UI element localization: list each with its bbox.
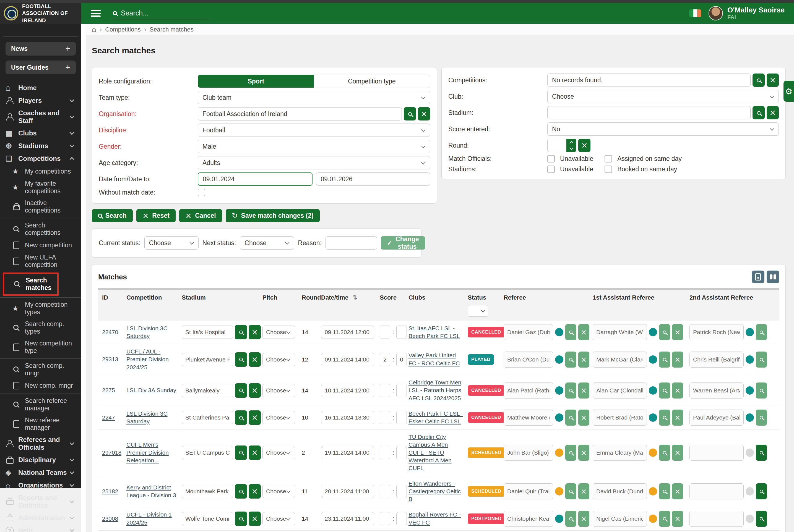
stadium-cell-input[interactable] [182, 384, 233, 397]
referee-search-button[interactable] [565, 445, 576, 461]
sidebar-item[interactable]: My favorite competitions [0, 178, 81, 197]
datetime-input[interactable] [321, 512, 374, 525]
reset-button[interactable]: × Reset [136, 209, 176, 222]
stadium-cell-clear-button[interactable]: × [248, 512, 261, 526]
stadium-cell-input[interactable] [182, 353, 233, 366]
officials-unavailable-checkbox[interactable] [547, 155, 555, 163]
role-competition-type-option[interactable]: Competition type [314, 75, 430, 88]
assistant2-search-button[interactable] [756, 511, 767, 527]
pitch-select[interactable]: Choose [262, 326, 295, 339]
clubs-link[interactable]: TU Dublin City Campus A Men CUFL - SETU … [408, 434, 451, 471]
assistant1-search-button[interactable] [659, 445, 670, 461]
assistant2-search-button[interactable] [756, 352, 767, 367]
pitch-select[interactable]: Choose [262, 353, 295, 366]
match-id-link[interactable]: 25182 [102, 488, 118, 494]
match-id-link[interactable]: 297018 [102, 449, 122, 456]
pitch-select[interactable]: Choose [262, 411, 295, 424]
round-stepper[interactable] [567, 139, 576, 152]
pitch-select[interactable]: Choose [262, 446, 295, 459]
datetime-input[interactable] [321, 353, 374, 366]
next-status-select[interactable]: Choose [240, 236, 294, 250]
assistant1-input[interactable] [593, 352, 647, 367]
assistant1-search-button[interactable] [659, 324, 670, 340]
role-sport-option[interactable]: Sport [198, 75, 314, 88]
referee-input[interactable] [504, 511, 553, 527]
sidebar-item[interactable]: Administration [0, 512, 81, 524]
sort-icon[interactable]: ⇅ [352, 294, 357, 301]
club-select[interactable]: Choose [547, 90, 779, 103]
referee-input[interactable] [504, 483, 553, 499]
stadium-cell-input[interactable] [182, 446, 233, 459]
settings-gear-button[interactable]: ⚙ [783, 81, 794, 102]
competitions-input[interactable] [547, 74, 751, 87]
match-id-link[interactable]: 23008 [102, 515, 118, 522]
sidebar-item[interactable]: National Teams [0, 466, 81, 479]
column-round[interactable]: Round [302, 294, 321, 301]
score-away-input[interactable] [396, 411, 407, 424]
stadium-cell-search-button[interactable] [235, 512, 247, 526]
stadium-cell-clear-button[interactable]: × [248, 484, 261, 498]
user-avatar[interactable] [708, 6, 723, 20]
stadium-cell-search-button[interactable] [235, 411, 247, 425]
organisation-input[interactable] [198, 107, 402, 120]
assistant2-input[interactable] [689, 511, 744, 527]
officials-assigned-same-day-checkbox[interactable] [605, 155, 612, 163]
sidebar-item[interactable]: Stadiums [0, 139, 81, 152]
referee-input[interactable] [504, 445, 553, 461]
competition-link[interactable]: LSL Division 3C Saturday [126, 325, 168, 339]
stadium-cell-search-button[interactable] [235, 383, 247, 398]
referee-clear-button[interactable]: × [578, 410, 589, 425]
match-id-link[interactable]: 22470 [102, 329, 118, 335]
competitions-search-button[interactable] [753, 74, 765, 87]
status-filter-select[interactable] [468, 305, 488, 317]
sidebar-item[interactable]: Organisations [0, 479, 81, 492]
datetime-input[interactable] [321, 446, 374, 459]
stadium-cell-clear-button[interactable]: × [248, 411, 261, 425]
referee-search-button[interactable] [565, 483, 576, 499]
assistant1-clear-button[interactable]: × [672, 511, 683, 527]
stadium-cell-search-button[interactable] [235, 484, 247, 498]
competition-link[interactable]: Kerry and District League - Division 3 [126, 484, 176, 498]
sidebar-item[interactable]: Home [0, 81, 81, 94]
column-1st-assistant[interactable]: 1st Assistant Referee [593, 294, 689, 301]
sidebar-item[interactable]: New competition type [0, 338, 81, 357]
referee-clear-button[interactable]: × [578, 445, 589, 461]
datetime-input[interactable] [321, 485, 374, 498]
stadium-cell-input[interactable] [182, 326, 233, 339]
stadium-search-button[interactable] [753, 106, 765, 119]
sidebar-item[interactable]: Search referee manager [0, 394, 81, 414]
assistant2-input[interactable] [689, 483, 744, 499]
competition-link[interactable]: LSL Division 3C Saturday [126, 411, 168, 424]
without-match-date-checkbox[interactable] [198, 189, 205, 196]
stadium-cell-search-button[interactable] [235, 353, 247, 367]
stadium-cell-clear-button[interactable]: × [248, 445, 261, 460]
score-away-input[interactable] [396, 326, 407, 339]
user-block[interactable]: O'Malley Saoirse FAI [727, 6, 784, 21]
sidebar-item[interactable]: My competitions [0, 165, 81, 178]
score-home-input[interactable] [380, 353, 390, 366]
referee-clear-button[interactable]: × [578, 352, 589, 367]
sidebar-user-guides-button[interactable]: User Guides + [5, 60, 76, 74]
competition-link[interactable]: LSL Div 3A Sunday [126, 387, 176, 393]
stadium-clear-button[interactable]: × [767, 106, 779, 119]
match-id-link[interactable]: 29313 [102, 356, 118, 362]
assistant1-input[interactable] [593, 511, 647, 527]
assistant1-input[interactable] [593, 445, 647, 461]
clubs-link[interactable]: Beech Park FC LSL - Esker Celtic FC LSL [408, 411, 463, 424]
competition-link[interactable]: UCFL - Division 1 2024/25 [126, 511, 172, 525]
assistant2-search-button[interactable] [756, 410, 767, 425]
sidebar-item[interactable]: Reports and Statistics [0, 492, 81, 512]
current-status-select[interactable]: Choose [144, 236, 199, 250]
assistant1-input[interactable] [593, 382, 647, 399]
language-flag-ireland[interactable] [689, 10, 701, 17]
pitch-select[interactable]: Choose [262, 384, 295, 397]
sidebar-item[interactable]: New UEFA competition [0, 251, 81, 271]
stadium-cell-search-button[interactable] [235, 445, 247, 460]
stadium-cell-clear-button[interactable]: × [248, 325, 261, 339]
referee-search-button[interactable] [565, 352, 576, 367]
clubs-link[interactable]: Celbridge Town Men LSL - Ratoath Harps A… [408, 379, 461, 401]
breadcrumb-competitions[interactable]: Competitions [105, 26, 141, 33]
column-competition[interactable]: Competition [126, 294, 182, 301]
save-match-changes-button[interactable]: ↻ Save match changes (2) [226, 209, 320, 222]
score-home-input[interactable] [380, 384, 390, 397]
